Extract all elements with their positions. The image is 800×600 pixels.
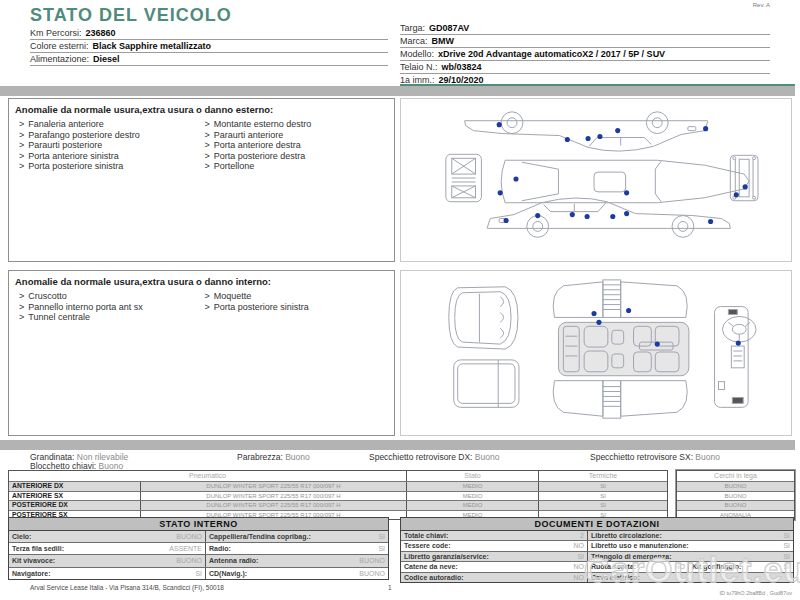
cell-label: Cavo elettrico: [591, 573, 640, 582]
tyre-stato: MEDIO [407, 482, 539, 491]
damage-marker-dot [743, 184, 748, 189]
table-row: Terza fila sedili:ASSENTERadio:SI [9, 543, 388, 555]
cell-label: Totale chiavi: [404, 531, 448, 540]
table-cell: Tessere code:NO [401, 541, 588, 550]
cell-label: Libretto circolazione: [591, 531, 662, 540]
cell-label: Antenna radio: [209, 555, 258, 566]
info-row: Modello:xDrive 20d Advantage automaticoX… [400, 48, 770, 61]
info-row: Marca:BMW [400, 35, 770, 48]
info-label: Km Percorsi: [30, 28, 82, 38]
cell-value: BUONO [176, 531, 202, 542]
cell-value: SI [195, 568, 202, 579]
alloy-row: BUONO [677, 491, 794, 501]
damage-marker-dot [596, 320, 601, 325]
anomaly-bullet: > [205, 291, 210, 301]
cell-value: NO [675, 562, 686, 571]
cell-label: Cielo: [12, 531, 31, 542]
table-cell: Terza fila sedili:ASSENTE [9, 543, 206, 554]
table-cell: Catene da neve:NO [401, 562, 588, 571]
section-divider-bar [0, 86, 795, 96]
info-label: Alimentazione: [30, 54, 89, 64]
info-label: Marca: [400, 36, 428, 46]
tyre-spec: DUNLOP WINTER SPORT 225/55 R17 000/097 H [141, 492, 407, 501]
table-cell: Libretto circolazione:SI [588, 531, 793, 540]
anomaly-bullet: > [205, 130, 210, 140]
anomaly-item: >Porta posteriore sinistra [205, 302, 391, 313]
alloy-row: BUONO [677, 500, 794, 510]
info-value: xDrive 20d Advantage automaticoX2 / 2017… [438, 49, 665, 59]
anomaly-item: >Moquette [205, 291, 391, 302]
section-divider-bar [0, 440, 795, 450]
alloy-value: BUONO [677, 482, 794, 491]
interior-status-table: STATO INTERNO Cielo:BUONOCappelliera/Ten… [8, 517, 389, 580]
tyre-spec: DUNLOP WINTER SPORT 225/55 R17 000/097 H [141, 501, 407, 510]
anomaly-label: Cruscotto [28, 291, 67, 301]
info-row: Km Percorsi:236860 [30, 27, 388, 40]
cell-value: ASSENTE [169, 543, 202, 554]
table-cell: Ruota scorta:NO [588, 562, 689, 571]
damage-marker-dot [703, 126, 708, 131]
anomaly-item: >Paraurti posteriore [19, 140, 205, 151]
anomaly-label: Porta anteriore destra [214, 140, 301, 150]
table-cell: Kit gonfiaggio:SI [689, 562, 793, 571]
table-row: Navigatore:SICD(Navig.):BUONO [9, 568, 388, 579]
damage-marker-dot [586, 136, 591, 141]
tyre-table: Pneumatico Stato Termiche ANTERIORE DXDU… [8, 470, 668, 520]
damage-marker-dot [615, 128, 620, 133]
cell-value: NO [574, 573, 585, 582]
anomaly-bullet: > [19, 130, 24, 140]
table-row: Tessere code:NOLibretto uso e manutenzio… [401, 541, 793, 551]
cell-value: SI [783, 541, 790, 550]
cell-label: Catene da neve: [404, 562, 458, 571]
condition-item: Specchietto retrovisore DX: Buono [369, 452, 499, 462]
cell-value: SI [783, 552, 790, 561]
car-interior-drawing [401, 271, 791, 435]
vehicle-info-left: Km Percorsi:236860Colore esterni:Black S… [30, 27, 388, 66]
page-title: STATO DEL VEICOLO [30, 5, 232, 26]
damage-marker-dot [535, 213, 540, 218]
anomaly-item: >Tunnel centrale [19, 312, 205, 323]
internal-anomalies-title: Anomalie da normale usura,extra usura o … [9, 271, 394, 290]
anomaly-bullet: > [19, 302, 24, 312]
cell-value: BUONO [359, 568, 385, 579]
table-cell: Navigatore:SI [9, 568, 206, 579]
table-cell: Radio:SI [206, 543, 388, 554]
anomaly-label: Moquette [214, 291, 252, 301]
damage-marker-dot [565, 137, 570, 142]
cell-value: SI [783, 531, 790, 540]
info-row: Colore esterni:Black Sapphire metallizza… [30, 40, 388, 53]
internal-anomalies-box: Anomalie da normale usura,extra usura o … [8, 270, 395, 436]
table-cell: Cappelliera/Tendina copribag.:SI [206, 531, 388, 542]
info-value: Diesel [93, 54, 120, 64]
table-cell: Cavo elettrico: [588, 573, 793, 582]
info-label: Modello: [400, 49, 434, 59]
cell-value: 2 [580, 531, 584, 540]
table-cell: Codice autoradio:NO [401, 573, 588, 582]
anomaly-item: >Porta anteriore destra [205, 140, 391, 151]
cell-value: SI [378, 531, 385, 542]
info-value: GD087AV [429, 23, 469, 33]
tyre-position: ANTERIORE SX [9, 492, 141, 501]
anomaly-item: >Porta anteriore sinistra [19, 151, 205, 162]
tyre-stato: MEDIO [407, 492, 539, 501]
revision-label: Rev. A [753, 2, 770, 8]
footer-page-number: 1 [388, 584, 392, 591]
damage-marker-dot [504, 218, 509, 223]
damage-marker-dot [655, 342, 660, 347]
cell-value: SI [378, 543, 385, 554]
footer-company: Arval Service Lease Italia - Via Pisana … [30, 584, 224, 591]
anomaly-item: >Cruscotto [19, 291, 205, 302]
tyre-termiche: SI [539, 501, 667, 510]
tyre-position: POSTERIORE DX [9, 501, 141, 510]
anomaly-label: Tunnel centrale [28, 312, 90, 322]
tyre-termiche: SI [539, 492, 667, 501]
anomaly-bullet: > [205, 140, 210, 150]
anomaly-bullet: > [205, 302, 210, 312]
anomaly-item: >Montante esterno destro [205, 119, 391, 130]
alloy-value: BUONO [677, 492, 794, 501]
damage-marker-dot [591, 311, 596, 316]
damage-marker-dot [498, 190, 503, 195]
cell-label: Kit vivavoce: [12, 555, 55, 566]
anomaly-label: Paraurti posteriore [28, 140, 102, 150]
vehicle-info-right: Targa:GD087AVMarca:BMWModello:xDrive 20d… [400, 22, 770, 87]
